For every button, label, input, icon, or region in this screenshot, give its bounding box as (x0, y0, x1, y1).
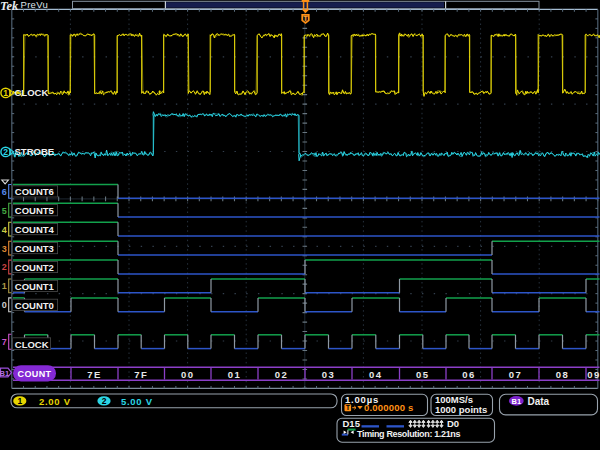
svg-text:5: 5 (2, 206, 7, 216)
svg-text:0.000000 s: 0.000000 s (364, 402, 414, 413)
svg-text:6: 6 (2, 187, 7, 197)
svg-text:T: T (303, 14, 308, 23)
svg-text:2: 2 (2, 262, 7, 272)
svg-text:COUNT5: COUNT5 (15, 205, 55, 216)
svg-text:1: 1 (2, 281, 7, 291)
svg-text:2.00 V: 2.00 V (39, 396, 71, 407)
svg-text:7E: 7E (87, 369, 102, 380)
svg-text:Tek: Tek (0, 0, 19, 13)
svg-text:08: 08 (556, 369, 570, 380)
svg-text:Data: Data (528, 396, 550, 407)
svg-text:Timing Resolution: 1.21ns: Timing Resolution: 1.21ns (357, 429, 460, 439)
svg-text:09: 09 (587, 369, 600, 380)
svg-text:COUNT3: COUNT3 (15, 243, 54, 254)
svg-text:CLOCK: CLOCK (15, 339, 49, 350)
svg-text:7: 7 (2, 337, 7, 347)
svg-text:B1: B1 (0, 369, 9, 378)
svg-text:0: 0 (2, 300, 7, 310)
svg-text:1000 points: 1000 points (435, 404, 487, 415)
svg-text:1: 1 (17, 396, 22, 406)
svg-text:02: 02 (275, 369, 289, 380)
svg-text:COUNT2: COUNT2 (15, 262, 54, 273)
svg-text:PreVu: PreVu (21, 0, 49, 10)
svg-text:5.00 V: 5.00 V (121, 396, 153, 407)
svg-text:T: T (346, 404, 351, 411)
svg-text:COUNT1: COUNT1 (15, 281, 55, 292)
svg-text:03: 03 (322, 369, 336, 380)
svg-text:01: 01 (228, 369, 242, 380)
svg-text:STROBE: STROBE (15, 146, 55, 157)
svg-text:CLOCK: CLOCK (15, 87, 49, 98)
svg-text:05: 05 (416, 369, 430, 380)
svg-text:2: 2 (102, 396, 107, 406)
svg-text:D15: D15 (343, 418, 361, 429)
svg-text:7F: 7F (134, 369, 148, 380)
svg-text:3: 3 (2, 244, 7, 254)
svg-text:D0: D0 (447, 418, 459, 429)
svg-text:COUNT4: COUNT4 (15, 224, 55, 235)
svg-text:07: 07 (509, 369, 523, 380)
svg-text:04: 04 (369, 369, 383, 380)
svg-text:COUNT0: COUNT0 (15, 300, 54, 311)
svg-text:2: 2 (3, 147, 8, 157)
svg-text:4: 4 (2, 225, 7, 235)
svg-text:COUNT: COUNT (18, 369, 52, 379)
svg-text:06: 06 (462, 369, 476, 380)
svg-text:B1: B1 (512, 397, 522, 406)
svg-text:COUNT6: COUNT6 (15, 186, 54, 197)
svg-text:00: 00 (181, 369, 195, 380)
svg-text:1: 1 (3, 88, 8, 98)
